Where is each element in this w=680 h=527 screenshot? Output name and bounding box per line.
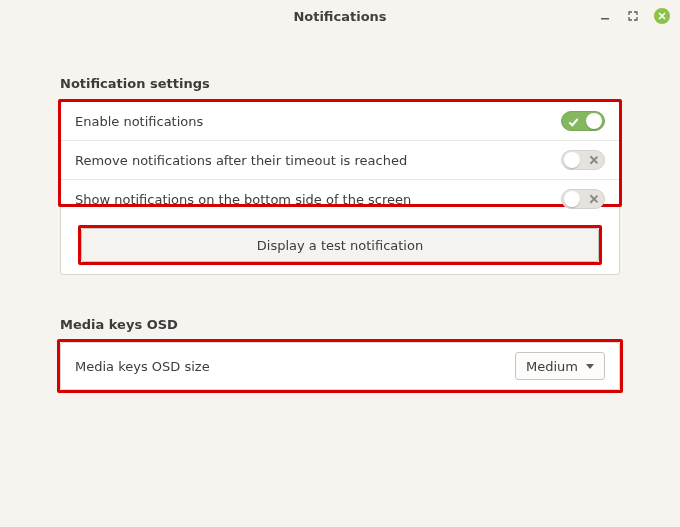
toggle-enable-notifications[interactable]: [561, 111, 605, 131]
minimize-button[interactable]: [598, 9, 612, 23]
close-icon: [658, 12, 666, 20]
maximize-button[interactable]: [626, 9, 640, 23]
row-bottom-side: Show notifications on the bottom side of…: [61, 179, 619, 218]
label-bottom-side: Show notifications on the bottom side of…: [75, 192, 411, 207]
display-test-notification-label: Display a test notification: [257, 238, 423, 253]
close-button[interactable]: [654, 8, 670, 24]
minimize-icon: [600, 11, 610, 21]
window-title: Notifications: [293, 9, 386, 24]
maximize-icon: [628, 11, 638, 21]
test-notification-bar: Display a test notification: [61, 228, 619, 274]
window: Notifications Notification settings: [0, 0, 680, 527]
row-media-osd-size: Media keys OSD size Medium: [61, 343, 619, 389]
label-media-osd-size: Media keys OSD size: [75, 359, 210, 374]
label-remove-after-timeout: Remove notifications after their timeout…: [75, 153, 407, 168]
window-controls: [598, 0, 670, 32]
toggle-knob: [564, 152, 580, 168]
section-label-notifications: Notification settings: [60, 76, 620, 91]
section-label-media-osd: Media keys OSD: [60, 317, 620, 332]
titlebar: Notifications: [0, 0, 680, 32]
notification-settings-panel: Enable notifications Remove notification…: [60, 101, 620, 275]
chevron-down-icon: [586, 364, 594, 369]
combo-value-media-osd-size: Medium: [526, 359, 578, 374]
toggle-knob: [586, 113, 602, 129]
label-enable-notifications: Enable notifications: [75, 114, 203, 129]
toggle-remove-after-timeout[interactable]: [561, 150, 605, 170]
content-area: Notification settings Enable notificatio…: [0, 32, 680, 390]
combo-media-osd-size[interactable]: Medium: [515, 352, 605, 380]
svg-rect-0: [601, 18, 609, 20]
toggle-knob: [564, 191, 580, 207]
row-remove-after-timeout: Remove notifications after their timeout…: [61, 140, 619, 179]
media-osd-panel: Media keys OSD size Medium: [60, 342, 620, 390]
row-enable-notifications: Enable notifications: [61, 102, 619, 140]
display-test-notification-button[interactable]: Display a test notification: [81, 228, 599, 262]
toggle-bottom-side[interactable]: [561, 189, 605, 209]
